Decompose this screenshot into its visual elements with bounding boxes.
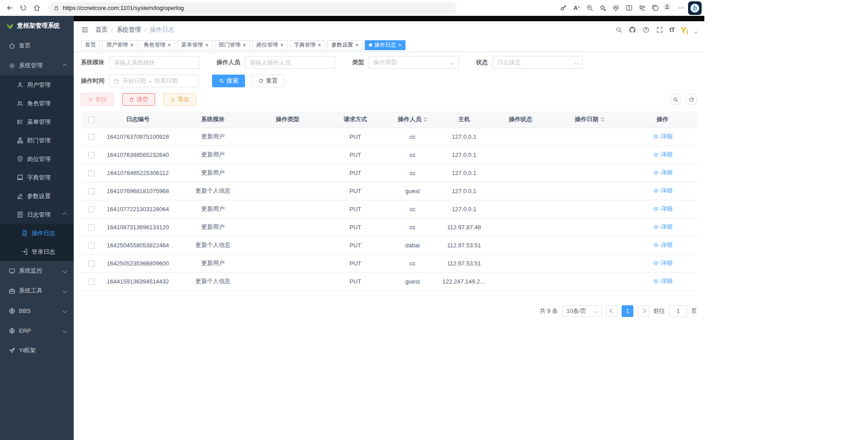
module-input[interactable] bbox=[109, 56, 199, 69]
read-aloud-icon[interactable]: Aᐠ bbox=[570, 1, 583, 15]
sidebar-item-bbs[interactable]: BBS bbox=[0, 301, 74, 321]
sidebar-item-menu[interactable]: 菜单管理 bbox=[0, 113, 74, 131]
close-icon[interactable]: × bbox=[168, 43, 171, 48]
sidebar-item-monitor[interactable]: 系统监控 bbox=[0, 261, 74, 281]
sidebar-item-log[interactable]: 日志管理 bbox=[0, 205, 74, 224]
fullscreen-icon[interactable] bbox=[656, 26, 663, 33]
row-checkbox[interactable] bbox=[88, 134, 94, 140]
tab-post[interactable]: 岗位管理× bbox=[252, 40, 288, 50]
address-bar[interactable]: https://ccnetcore.com:1101/system/log/op… bbox=[48, 2, 457, 14]
sidebar-item-erp[interactable]: ERP bbox=[0, 321, 74, 341]
close-icon[interactable]: × bbox=[243, 43, 246, 48]
close-icon[interactable]: × bbox=[355, 43, 359, 48]
sort-icon[interactable] bbox=[424, 117, 427, 122]
sidebar-item-home[interactable]: 首页 bbox=[0, 36, 74, 56]
sidebar-item-tools[interactable]: 系统工具 bbox=[0, 281, 74, 301]
sidebar-toggle-icon[interactable] bbox=[81, 26, 89, 34]
select-all-checkbox[interactable] bbox=[88, 117, 94, 123]
row-checkbox[interactable] bbox=[88, 224, 94, 231]
collections-icon[interactable] bbox=[649, 1, 662, 15]
favorites-icon[interactable] bbox=[636, 1, 649, 15]
tab-user[interactable]: 用户管理× bbox=[102, 40, 137, 50]
row-checkbox[interactable] bbox=[88, 279, 94, 285]
close-icon[interactable]: × bbox=[280, 43, 283, 48]
sidebar-item-role[interactable]: 角色管理 bbox=[0, 94, 74, 113]
refresh-icon[interactable] bbox=[16, 1, 30, 15]
user-avatar[interactable]: Yj bbox=[681, 26, 688, 34]
github-icon[interactable] bbox=[629, 26, 636, 33]
sidebar-item-operlog[interactable]: 操作日志 bbox=[0, 224, 74, 242]
sidebar-item-loginlog[interactable]: 登录日志 bbox=[0, 242, 74, 261]
detail-link[interactable]: 详细 bbox=[653, 241, 673, 249]
breadcrumb-item[interactable]: 首页 bbox=[95, 26, 108, 34]
operator-input[interactable] bbox=[245, 56, 335, 69]
detail-link[interactable]: 详细 bbox=[653, 169, 673, 177]
tab-role[interactable]: 角色管理× bbox=[140, 40, 175, 50]
detail-link[interactable]: 详细 bbox=[653, 259, 673, 267]
zoom-out-icon[interactable] bbox=[583, 1, 596, 15]
browser-essentials-icon[interactable] bbox=[609, 1, 623, 15]
tab-dept[interactable]: 部门管理× bbox=[215, 40, 250, 50]
row-checkbox[interactable] bbox=[88, 206, 94, 213]
sidebar-item-user[interactable]: 用户管理 bbox=[0, 76, 74, 94]
font-size-icon[interactable]: tT bbox=[670, 26, 675, 33]
col-date[interactable]: 操作日期 bbox=[551, 111, 628, 128]
detail-link[interactable]: 详细 bbox=[653, 205, 673, 213]
col-operator[interactable]: 操作人员 bbox=[387, 111, 438, 128]
row-checkbox[interactable] bbox=[88, 188, 94, 194]
password-key-icon[interactable] bbox=[557, 1, 570, 15]
search-button[interactable]: 搜索 bbox=[212, 75, 245, 87]
row-checkbox[interactable] bbox=[88, 170, 94, 176]
delete-button[interactable]: 删除 bbox=[81, 93, 114, 106]
sidebar-item-yiframe[interactable]: Yi框架 bbox=[0, 341, 74, 360]
detail-link[interactable]: 详细 bbox=[653, 277, 673, 285]
reset-button[interactable]: 重置 bbox=[251, 75, 284, 87]
export-button[interactable]: 导出 bbox=[163, 93, 196, 106]
toggle-search-button[interactable] bbox=[670, 94, 681, 105]
detail-link[interactable]: 详细 bbox=[653, 151, 673, 159]
detail-link[interactable]: 详细 bbox=[653, 187, 673, 195]
sidebar-item-post[interactable]: 岗位管理 bbox=[0, 150, 74, 168]
close-icon[interactable]: × bbox=[205, 43, 208, 48]
search-icon[interactable] bbox=[615, 26, 623, 33]
sidebar-item-system[interactable]: 系统管理 bbox=[0, 56, 74, 76]
tab-menu[interactable]: 菜单管理× bbox=[177, 40, 212, 50]
app-logo[interactable]: 意框架管理系统 bbox=[0, 16, 74, 36]
close-icon[interactable]: × bbox=[398, 43, 401, 48]
type-select[interactable]: 操作类型 bbox=[368, 56, 459, 69]
detail-link[interactable]: 详细 bbox=[653, 132, 673, 141]
sidebar-item-param[interactable]: 参数设置 bbox=[0, 187, 74, 205]
cell-operator: cc bbox=[387, 200, 438, 218]
sort-icon[interactable] bbox=[601, 117, 604, 122]
row-checkbox[interactable] bbox=[88, 152, 94, 158]
date-range-picker[interactable]: 开始日期 - 结束日期 bbox=[109, 75, 198, 87]
home-icon[interactable] bbox=[30, 1, 43, 15]
tab-home[interactable]: 首页 bbox=[81, 40, 100, 50]
copilot-bing-icon[interactable]: b bbox=[688, 1, 702, 15]
row-checkbox[interactable] bbox=[88, 260, 94, 267]
next-page-button[interactable] bbox=[637, 305, 649, 317]
refresh-table-button[interactable] bbox=[685, 94, 697, 105]
detail-link[interactable]: 详细 bbox=[653, 223, 673, 231]
status-select[interactable]: 日志状态 bbox=[492, 56, 583, 69]
profile-avatar[interactable] bbox=[662, 1, 675, 15]
current-page[interactable]: 1 bbox=[622, 305, 633, 317]
prev-page-button[interactable] bbox=[606, 305, 618, 317]
tab-param[interactable]: 参数设置× bbox=[327, 40, 363, 50]
tab-operlog[interactable]: 操作日志× bbox=[365, 40, 406, 50]
sidebar-item-dept[interactable]: 部门管理 bbox=[0, 131, 74, 150]
add-favorite-icon[interactable] bbox=[596, 1, 609, 15]
close-icon[interactable]: × bbox=[130, 43, 133, 48]
tab-dict[interactable]: 字典管理× bbox=[290, 40, 325, 50]
help-icon[interactable] bbox=[642, 26, 650, 33]
split-screen-icon[interactable] bbox=[623, 1, 636, 15]
row-checkbox[interactable] bbox=[88, 242, 94, 249]
goto-page-input[interactable] bbox=[669, 305, 687, 317]
page-size-select[interactable]: 10条/页 bbox=[562, 305, 602, 317]
sidebar-item-dict[interactable]: 字典管理 bbox=[0, 168, 74, 187]
breadcrumb-item[interactable]: 系统管理 bbox=[117, 26, 141, 34]
back-icon[interactable] bbox=[3, 1, 16, 15]
clear-button[interactable]: 清空 bbox=[122, 93, 155, 106]
close-icon[interactable]: × bbox=[318, 43, 321, 48]
more-options-icon[interactable] bbox=[675, 1, 688, 15]
